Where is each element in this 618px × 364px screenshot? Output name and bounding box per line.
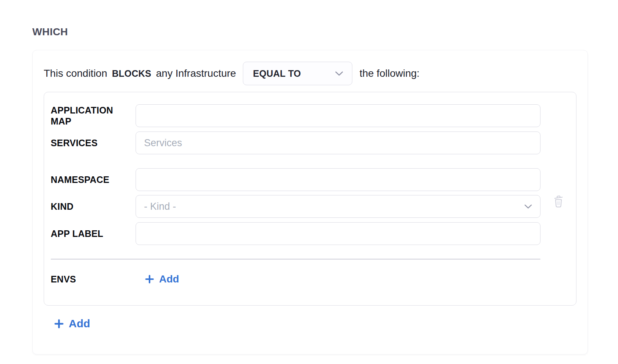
- kind-select-placeholder: - Kind -: [144, 201, 176, 212]
- kind-select[interactable]: - Kind -: [136, 195, 540, 218]
- divider: [51, 259, 540, 260]
- add-env-button[interactable]: Add: [145, 273, 179, 285]
- condition-action: BLOCKS: [112, 68, 151, 79]
- operator-dropdown[interactable]: EQUAL TO: [243, 62, 352, 85]
- trash-icon: [553, 194, 564, 208]
- sentence-prefix: This condition: [44, 68, 107, 79]
- add-env-label: Add: [159, 273, 179, 285]
- field-row-services: SERVICES: [51, 131, 540, 154]
- add-infrastructure-row: Add: [54, 317, 576, 330]
- page: WHICH This condition BLOCKS any Infrastr…: [0, 0, 618, 354]
- application-map-label: APPLICATION MAP: [51, 105, 136, 127]
- delete-infrastructure-button[interactable]: [553, 194, 564, 208]
- services-input[interactable]: [136, 131, 540, 154]
- plus-icon: [54, 319, 64, 328]
- chevron-down-icon: [524, 204, 532, 209]
- services-label: SERVICES: [51, 137, 136, 149]
- app-label-label: APP LABEL: [51, 228, 136, 239]
- envs-label: ENVS: [51, 274, 136, 285]
- sentence-middle: any Infrastructure: [156, 68, 236, 79]
- field-row-application-map: APPLICATION MAP: [51, 104, 540, 127]
- kind-label: KIND: [51, 201, 136, 212]
- field-row-kind: KIND - Kind -: [51, 195, 540, 218]
- chevron-down-icon: [335, 71, 343, 76]
- field-row-envs: ENVS Add: [51, 273, 540, 285]
- condition-card: This condition BLOCKS any Infrastructure…: [32, 50, 588, 354]
- plus-icon: [145, 275, 154, 284]
- add-infrastructure-button[interactable]: Add: [54, 317, 90, 330]
- page-title: WHICH: [32, 26, 618, 38]
- field-row-app-label: APP LABEL: [51, 222, 540, 245]
- namespace-input[interactable]: [136, 168, 540, 191]
- application-map-input[interactable]: [136, 104, 540, 127]
- condition-sentence: This condition BLOCKS any Infrastructure…: [44, 62, 576, 85]
- field-row-namespace: NAMESPACE: [51, 168, 540, 191]
- add-infrastructure-label: Add: [69, 317, 90, 330]
- infrastructure-panel: APPLICATION MAP SERVICES NAMESPACE KIND …: [44, 92, 576, 306]
- sentence-suffix: the following:: [359, 68, 419, 79]
- operator-value: EQUAL TO: [253, 68, 301, 79]
- namespace-label: NAMESPACE: [51, 174, 136, 185]
- app-label-input[interactable]: [136, 222, 540, 245]
